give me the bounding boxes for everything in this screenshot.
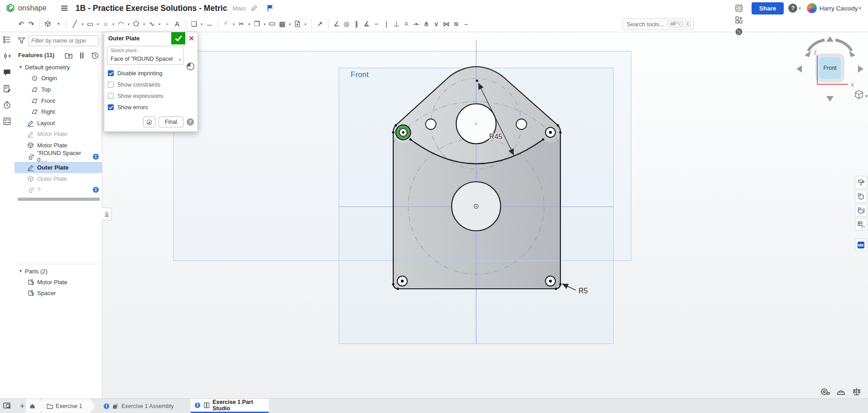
linked-version-badge-icon[interactable]: [92, 186, 99, 193]
spline-tool-icon[interactable]: ∿: [147, 18, 157, 30]
feature-state-clock-icon[interactable]: [186, 62, 195, 71]
vertical-constraint-icon[interactable]: |: [381, 18, 391, 30]
search-tools-input[interactable]: [626, 20, 666, 28]
variables-icon[interactable]: (x): [855, 218, 867, 231]
history-icon[interactable]: [3, 101, 12, 110]
dialog-option[interactable]: Show errors: [104, 102, 198, 113]
feature-item[interactable]: "ROUND Spacer 0....: [14, 151, 102, 162]
linked-version-badge-icon[interactable]: [92, 153, 99, 160]
new-tab-button[interactable]: +: [17, 399, 27, 413]
features-filter-input[interactable]: [28, 35, 99, 46]
tree-caret-icon[interactable]: ▼: [19, 65, 25, 69]
redo-icon[interactable]: ↷: [26, 18, 36, 30]
share-button[interactable]: Share: [752, 2, 784, 15]
feature-item[interactable]: ▼Default geometry: [14, 62, 102, 73]
parts-section-header[interactable]: ▼ Parts (2): [19, 266, 48, 277]
release-tasks-icon[interactable]: [733, 2, 745, 14]
model-canvas[interactable]: R45 R5 Front Front Z X ▾ (x)MK: [102, 32, 868, 399]
dialog-option[interactable]: Show constraints: [104, 79, 198, 90]
concentric-constraint-icon[interactable]: ◎: [342, 18, 352, 30]
tab-exercise-1-part-studio[interactable]: Exercise 1 Part Studio: [191, 399, 269, 413]
polygon-tool-icon[interactable]: [131, 18, 141, 30]
toolbar-search[interactable]: alt/⌥ c: [622, 18, 694, 30]
feature-item[interactable]: Origin: [14, 73, 102, 84]
fix-constraint-icon[interactable]: ≋: [451, 18, 461, 30]
feature-list-panel-icon[interactable]: [3, 35, 12, 44]
dimension-tool-icon[interactable]: ↔: [204, 18, 214, 30]
line-tool-icon[interactable]: ╱: [70, 18, 80, 30]
menu-icon[interactable]: [60, 4, 68, 12]
parallel-constraint-icon[interactable]: ∥: [352, 18, 362, 30]
equal-constraint-icon[interactable]: =: [401, 18, 411, 30]
point-tool-icon[interactable]: ◦: [162, 18, 172, 30]
sketch-scene[interactable]: R45 R5 Front: [102, 32, 868, 399]
right-small-hole[interactable]: [516, 119, 527, 130]
horizontal-constraint-icon[interactable]: −: [371, 18, 381, 30]
mirror-tool-icon[interactable]: ❏: [189, 18, 199, 30]
dialog-option[interactable]: Disable imprinting: [104, 68, 198, 79]
panel-flyout-handle[interactable]: [102, 208, 112, 220]
add-folder-icon[interactable]: [64, 51, 72, 59]
final-button[interactable]: Final: [159, 117, 183, 127]
rotate-west-arrow-icon[interactable]: [796, 65, 802, 73]
user-avatar[interactable]: [807, 3, 817, 13]
help-caret-icon[interactable]: ▾: [799, 6, 801, 10]
polygon-tool-caret[interactable]: ▾: [141, 22, 147, 26]
dxf-import-icon[interactable]: [293, 18, 303, 30]
suppress-icon[interactable]: [77, 51, 85, 59]
help-button[interactable]: ?: [788, 4, 797, 13]
tangent-constraint-icon[interactable]: ∡: [362, 18, 371, 30]
dialog-help-icon[interactable]: ?: [187, 118, 194, 126]
checkbox-unchecked-icon[interactable]: [108, 93, 114, 99]
rectangle-tool-icon[interactable]: ▭: [85, 18, 95, 30]
feature-table-icon[interactable]: [855, 204, 867, 217]
user-menu-caret-icon[interactable]: ▾: [859, 6, 861, 10]
view-menu-caret-icon[interactable]: ▾: [865, 94, 868, 98]
home-tab-button[interactable]: [26, 399, 44, 413]
mirror-tool-caret[interactable]: ▾: [199, 22, 204, 26]
pierce-constraint-icon[interactable]: ∨: [431, 18, 441, 30]
feature-item[interactable]: Front: [14, 95, 102, 107]
copy-link-icon[interactable]: [248, 2, 260, 14]
view-cube-face-label[interactable]: Front: [823, 65, 837, 71]
tab-manager-icon[interactable]: [3, 401, 13, 411]
text-tool-icon[interactable]: A: [172, 18, 182, 30]
feature-item[interactable]: Outer Plate: [14, 162, 102, 173]
protractor-icon[interactable]: [836, 387, 846, 397]
coincident-constraint-icon[interactable]: ∠: [332, 18, 342, 30]
accept-button[interactable]: [171, 32, 185, 44]
offset-tool-caret[interactable]: ▾: [262, 22, 267, 26]
curvature-constraint-icon[interactable]: ⌢: [461, 18, 471, 30]
measure-tape-icon[interactable]: [820, 387, 830, 397]
arc-tool-icon[interactable]: ◠: [116, 18, 126, 30]
part-item[interactable]: Motor Plate: [14, 277, 102, 288]
slot-tool-icon[interactable]: [267, 18, 277, 30]
dxf-import-caret[interactable]: ▾: [303, 22, 308, 26]
origin-marker[interactable]: [474, 204, 478, 209]
undo-icon[interactable]: ↶: [16, 18, 26, 30]
trim-tool-caret[interactable]: ▾: [246, 22, 252, 26]
custom-app-mk-icon[interactable]: MK: [855, 238, 867, 251]
rectangle-tool-caret[interactable]: ▾: [95, 22, 101, 26]
pattern-tool-icon[interactable]: ▦: [277, 18, 287, 30]
symmetric-constraint-icon[interactable]: ⋈: [441, 18, 451, 30]
appearance-panel-icon[interactable]: [855, 176, 867, 189]
rollback-end-icon[interactable]: [91, 51, 98, 59]
selected-corner-circle[interactable]: [396, 125, 411, 140]
feature-item[interactable]: Layout: [14, 117, 102, 129]
part-item[interactable]: Spacer: [14, 288, 102, 299]
fillet-tool-icon[interactable]: ◜: [221, 18, 231, 30]
feature-item[interactable]: Top: [14, 84, 102, 95]
checkbox-unchecked-icon[interactable]: [108, 82, 114, 87]
comments-icon[interactable]: [3, 68, 12, 77]
spline-tool-caret[interactable]: ▾: [157, 22, 162, 26]
trim-tool-icon[interactable]: ✂: [236, 18, 246, 30]
top-hole-center-point[interactable]: [475, 123, 477, 125]
dialog-option[interactable]: Show expressions: [104, 90, 198, 102]
mass-properties-icon[interactable]: [852, 387, 862, 397]
inspect-tool-icon[interactable]: ↗: [315, 18, 325, 30]
sketch-plane-field[interactable]: Sketch plane Face of "ROUND Spacer ... ×: [107, 46, 184, 65]
left-small-hole[interactable]: [426, 119, 436, 130]
offset-tool-icon[interactable]: ❐: [252, 18, 262, 30]
isometric-view-icon[interactable]: [855, 91, 863, 99]
